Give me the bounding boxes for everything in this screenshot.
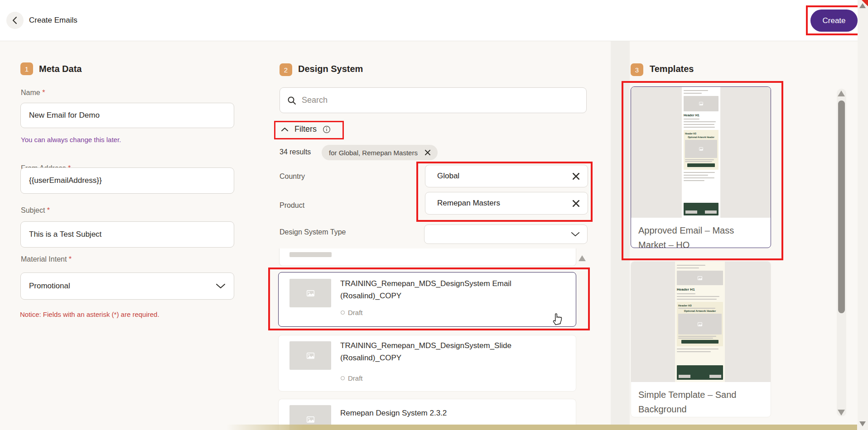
subject-label: Subject * [21, 206, 50, 215]
list-scroll-up-icon[interactable] [579, 255, 586, 261]
preview-artwork-label: Optional Artwork Header [685, 136, 717, 139]
page-scrollbar-track[interactable] [858, 0, 868, 430]
filters-label: Filters [294, 124, 317, 134]
step-badge-templates: 3 [631, 63, 643, 76]
bottom-cutoff-bar [227, 425, 857, 430]
chevron-up-icon [281, 127, 289, 132]
subject-input[interactable] [20, 221, 234, 248]
list-item-partial[interactable] [279, 248, 576, 266]
search-input[interactable] [302, 96, 579, 105]
info-icon[interactable] [323, 125, 331, 134]
preview-header-h3: Header H3 [678, 304, 722, 307]
image-placeholder-icon [307, 353, 314, 359]
column-divider [611, 41, 630, 430]
item-title: Remepan Design System 2.3.2 [340, 407, 545, 419]
skeleton-bar [289, 252, 332, 257]
top-header: Create Emails [0, 0, 858, 41]
templates-scroll-down-icon[interactable] [838, 410, 845, 416]
required-asterisk: * [69, 255, 72, 263]
item-status: Draft [341, 374, 363, 382]
item-title: TRAINING_Remepan_MDS_DesignSystem_Slide … [340, 339, 545, 364]
step-badge-design-system: 2 [280, 63, 292, 76]
status-dot [341, 311, 345, 315]
design-system-type-label: Design System Type [280, 228, 346, 236]
template-card-label: Simple Template – Sand Background [631, 382, 753, 417]
template-card-label: Approved Email – Mass Market – HQ [631, 218, 753, 248]
preview-header-h1: Header H1 [677, 287, 723, 291]
required-asterisk: * [42, 89, 45, 96]
list-item[interactable]: TRAINING_Remepan_MDS_DesignSystem_Slide … [278, 335, 576, 392]
templates-scrollbar-thumb[interactable] [838, 100, 845, 313]
status-dot [341, 376, 345, 380]
list-item[interactable]: TRAINING_Remepan_MDS_DesignSystem Email … [278, 272, 576, 327]
preview-header-h1: Header H1 [684, 114, 719, 117]
step-badge-meta-data: 1 [20, 62, 33, 75]
chevron-down-icon [216, 283, 226, 289]
template-preview: Header H1 Header H3 Optional Artwork Hea… [631, 262, 771, 382]
search-icon [287, 96, 296, 105]
filters-toggle[interactable]: Filters [281, 124, 331, 134]
email-preview-mock: Header H1 Header H3 Optional Artwork Hea… [675, 262, 725, 382]
name-helper-text: You can always change this later. [21, 136, 121, 143]
image-placeholder-icon [307, 416, 314, 423]
product-clear-button[interactable] [572, 199, 580, 208]
create-button[interactable]: Create [810, 10, 858, 32]
material-intent-select[interactable]: Promotional [20, 272, 234, 300]
product-filter-label: Product [280, 201, 304, 210]
email-preview-mock: Header H1 Header H3 Optional Artwork Hea… [682, 87, 720, 218]
item-title: TRAINING_Remepan_MDS_DesignSystem Email … [340, 277, 545, 302]
image-placeholder-icon [307, 290, 314, 296]
item-status: Draft [341, 309, 363, 316]
preview-artwork-label: Optional Artwork Header [678, 310, 722, 312]
template-card[interactable]: Header H1 Header H3 Optional Artwork Hea… [631, 86, 771, 248]
required-fields-notice: Notice: Fields with an asterisk (*) are … [20, 311, 159, 318]
name-input[interactable] [20, 103, 234, 128]
country-filter-label: Country [280, 172, 305, 181]
create-emails-page: Create Emails Create 1 Meta Data Name * … [0, 0, 868, 430]
template-card[interactable]: Header H1 Header H3 Optional Artwork Hea… [631, 261, 771, 417]
design-system-type-select[interactable] [424, 225, 588, 244]
design-system-search[interactable] [280, 87, 587, 113]
page-title: Create Emails [29, 16, 77, 25]
template-preview: Header H1 Header H3 Optional Artwork Hea… [631, 87, 771, 218]
name-label: Name * [21, 89, 45, 97]
material-intent-label: Material Intent * [21, 255, 72, 263]
item-thumbnail [289, 279, 331, 307]
meta-data-heading: Meta Data [39, 64, 82, 74]
country-clear-button[interactable] [572, 172, 580, 181]
chevron-left-icon [12, 16, 18, 24]
templates-heading: Templates [650, 64, 694, 74]
back-button[interactable] [6, 12, 24, 29]
chevron-down-icon [571, 232, 580, 237]
product-filter-field[interactable]: Remepan Masters [425, 192, 588, 215]
page-scroll-down-icon[interactable] [859, 421, 866, 426]
results-count: 34 results [280, 148, 311, 156]
chip-label: for Global, Remepan Masters [329, 149, 418, 157]
country-filter-field[interactable]: Global [425, 165, 588, 187]
chip-clear-icon[interactable] [425, 150, 430, 155]
required-asterisk: * [47, 206, 50, 214]
item-thumbnail [289, 341, 331, 370]
preview-header-h3: Header H3 [685, 132, 717, 135]
active-filter-chip[interactable]: for Global, Remepan Masters [322, 145, 438, 160]
templates-scroll-up-icon[interactable] [838, 91, 845, 96]
design-system-heading: Design System [298, 64, 363, 74]
x-icon [573, 200, 579, 207]
from-address-input[interactable] [20, 167, 234, 194]
x-icon [573, 173, 579, 180]
corner-marker [862, 0, 868, 6]
